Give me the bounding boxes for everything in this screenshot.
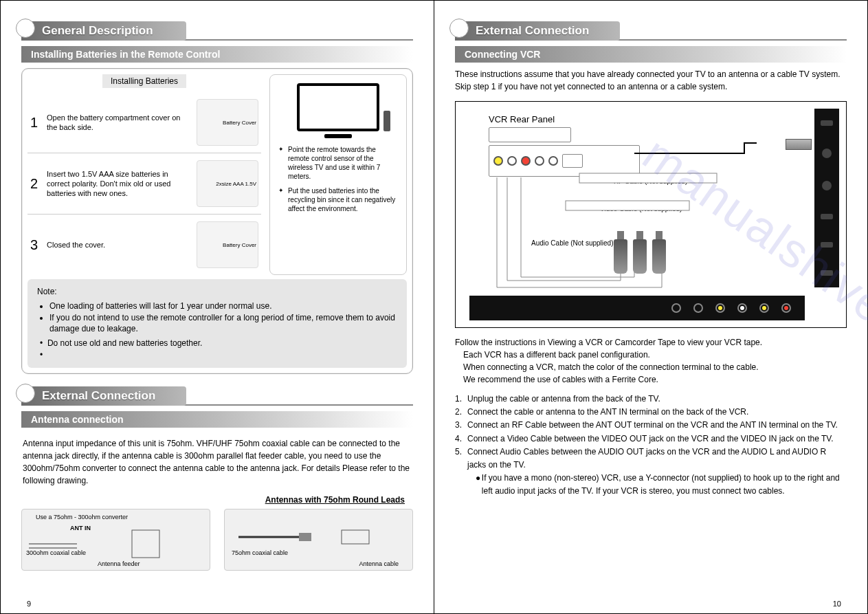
step-image-placeholder: 2xsize AAA 1.5V (197, 160, 258, 207)
antenna-diagram-2: 75ohm coaxial cable Antenna cable (224, 509, 413, 571)
svg-rect-4 (299, 533, 311, 541)
section-title: General Description (21, 21, 186, 41)
antenna-diagram-1: Use a 75ohm - 300ohm converter ANT IN 30… (21, 509, 210, 571)
audio-cable-label: Audio Cable (Not supplied) (531, 239, 614, 247)
note-item: If you do not intend to use the remote c… (49, 312, 397, 336)
page-number: 10 (833, 600, 841, 608)
vcr-connection-diagram: VCR Rear Panel RF Cable (Not supplied) V… (455, 101, 847, 328)
note-item: One loading of batteries will last for 1… (49, 300, 397, 312)
tip-item: Put the used batteries into the recyclin… (278, 186, 398, 213)
vcr-steps-list: 1.Unplug the cable or antenna from the b… (455, 393, 847, 498)
step-text: Closed the cover. (47, 240, 190, 250)
antenna-wiring-icon (22, 509, 210, 570)
step-row-2: 2 Insert two 1.5V AAA size batteries in … (27, 153, 261, 215)
step-row-3: 3 Closed the cover. Battery Cover (27, 215, 261, 275)
subheader-vcr: Connecting VCR (455, 46, 847, 63)
step-text: Insert two 1.5V AAA size batteries in co… (47, 169, 190, 199)
section-header-external-right: External Connection (455, 21, 847, 41)
antenna-cable-icon (225, 509, 412, 570)
installing-batteries-label: Installing Batteries (102, 74, 186, 88)
rf-cable-label: RF Cable (Not supplied) (614, 177, 687, 185)
tv-side-panel-icon (814, 109, 839, 287)
rca-plugs-icon (614, 239, 666, 274)
tv-bottom-panel-icon (469, 296, 805, 320)
section-title: External Connection (21, 386, 186, 406)
page-left: General Description Installing Batteries… (1, 1, 434, 613)
section-header-external: External Connection (21, 386, 413, 406)
subheader-batteries: Installing Batteries in the Remote Contr… (21, 46, 413, 63)
step-image-placeholder: Battery Cover (197, 99, 258, 146)
step-row-1: 1 Open the battery compartment cover on … (27, 92, 261, 153)
vcr-intro-text: These instructions assume that you have … (455, 68, 847, 93)
page-number: 9 (27, 600, 31, 608)
vcr-follow-text: Follow the instructions in Viewing a VCR… (455, 336, 847, 386)
note-title: Note: (37, 286, 397, 298)
tip-item: Point the remote towards the remote cont… (278, 145, 398, 181)
note-box: Note: One loading of batteries will last… (27, 279, 407, 368)
vcr-sub-bullet: If you have a mono (non-stereo) VCR, use… (482, 472, 847, 498)
page-right: manualshive.com External Connection Conn… (434, 1, 867, 613)
vcr-top-unit-icon (489, 127, 571, 142)
svg-rect-2 (132, 530, 159, 558)
subheader-antenna: Antenna connection (21, 411, 413, 428)
step-number: 3 (30, 237, 40, 253)
svg-rect-5 (342, 530, 369, 544)
section-header-general: General Description (21, 21, 413, 41)
vcr-rear-panel-label: VCR Rear Panel (489, 114, 578, 124)
section-marker-circle (16, 19, 35, 38)
batteries-content-box: Installing Batteries 1 Open the battery … (21, 68, 413, 374)
section-marker-circle (449, 19, 469, 38)
section-title: External Connection (455, 21, 620, 41)
note-item: Do not use old and new batteries togethe… (47, 338, 203, 348)
coax-plug-icon (786, 139, 812, 150)
vcr-body-unit-icon (489, 145, 640, 177)
step-text: Open the battery compartment cover on th… (47, 113, 190, 133)
step-image-placeholder: Battery Cover (197, 221, 258, 268)
antenna-subtitle: Antennas with 75ohm Round Leads (21, 495, 405, 505)
remote-icon (383, 111, 390, 131)
step-number: 2 (30, 176, 40, 192)
antenna-description: Antenna input impedance of this unit is … (21, 433, 413, 491)
video-cable-label: Video Cable (Not supplied) (600, 205, 682, 212)
remote-tips-box: Point the remote towards the remote cont… (269, 74, 407, 275)
step-number: 1 (30, 115, 40, 131)
tv-icon (297, 83, 379, 131)
section-marker-circle (16, 384, 35, 403)
